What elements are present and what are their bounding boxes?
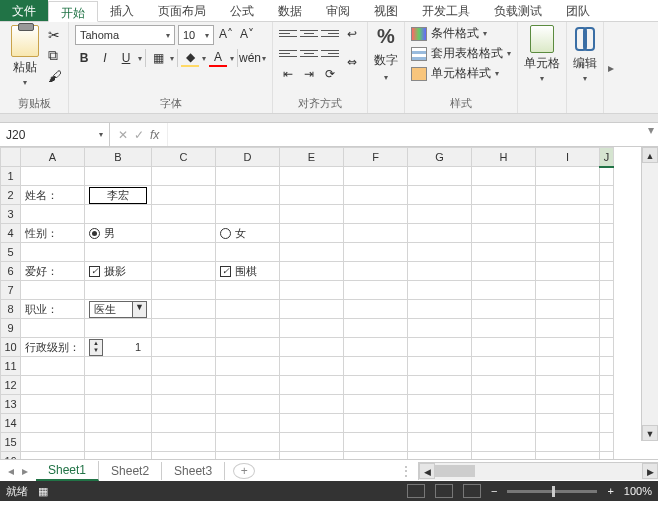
- col-header-e[interactable]: E: [280, 148, 344, 167]
- formula-input[interactable]: [168, 123, 644, 146]
- row-header[interactable]: 7: [1, 281, 21, 300]
- decrease-font-icon[interactable]: A˅: [238, 25, 256, 43]
- col-header-h[interactable]: H: [472, 148, 536, 167]
- col-header-a[interactable]: A: [21, 148, 85, 167]
- chevron-down-icon[interactable]: ▾: [170, 54, 174, 63]
- font-color-button[interactable]: A: [209, 49, 227, 67]
- add-sheet-button[interactable]: +: [233, 463, 255, 479]
- fill-color-button[interactable]: ◆: [181, 49, 199, 67]
- align-middle-icon[interactable]: [300, 25, 318, 41]
- sheet-tab-2[interactable]: Sheet2: [99, 462, 162, 480]
- row-header[interactable]: 13: [1, 395, 21, 414]
- macro-record-icon[interactable]: ▦: [38, 485, 48, 498]
- col-header-c[interactable]: C: [152, 148, 216, 167]
- phonetic-button[interactable]: wén: [241, 49, 259, 67]
- font-name-select[interactable]: Tahoma▾: [75, 25, 175, 45]
- zoom-level[interactable]: 100%: [624, 485, 652, 497]
- align-top-icon[interactable]: [279, 25, 297, 41]
- checkbox-go[interactable]: ✓围棋: [220, 264, 275, 279]
- decrease-indent-icon[interactable]: ⇤: [279, 65, 297, 83]
- tab-formulas[interactable]: 公式: [218, 0, 266, 21]
- row-header[interactable]: 4: [1, 224, 21, 243]
- page-layout-view-icon[interactable]: [435, 484, 453, 498]
- align-bottom-icon[interactable]: [321, 25, 339, 41]
- underline-button[interactable]: U: [117, 49, 135, 67]
- edit-button[interactable]: 编辑 ▾: [573, 25, 597, 83]
- job-combobox[interactable]: 医生▼: [89, 301, 147, 318]
- sheet-tab-3[interactable]: Sheet3: [162, 462, 225, 480]
- tab-review[interactable]: 审阅: [314, 0, 362, 21]
- horizontal-scrollbar[interactable]: ◀ ▶: [418, 462, 658, 480]
- row-header[interactable]: 8: [1, 300, 21, 319]
- checkbox-photo[interactable]: ✓摄影: [89, 264, 147, 279]
- vertical-scrollbar[interactable]: ▲ ▼: [641, 147, 658, 441]
- cut-icon[interactable]: ✂: [48, 27, 62, 43]
- percent-icon[interactable]: %: [377, 25, 395, 48]
- name-input[interactable]: 李宏: [89, 187, 147, 204]
- wrap-text-icon[interactable]: ↩: [343, 25, 361, 43]
- radio-female[interactable]: 女: [220, 226, 275, 241]
- row-header[interactable]: 10: [1, 338, 21, 357]
- col-header-i[interactable]: I: [536, 148, 600, 167]
- sheet-tab-1[interactable]: Sheet1: [36, 461, 99, 481]
- rank-spinner[interactable]: ▲▼1: [89, 339, 147, 356]
- scroll-down-icon[interactable]: ▼: [642, 425, 658, 441]
- format-painter-icon[interactable]: 🖌: [48, 68, 62, 84]
- normal-view-icon[interactable]: [407, 484, 425, 498]
- cell-name-label[interactable]: 姓名：: [21, 186, 85, 205]
- scroll-up-icon[interactable]: ▲: [642, 147, 658, 163]
- radio-male[interactable]: 男: [89, 226, 147, 241]
- spin-up-icon[interactable]: ▲: [90, 340, 102, 348]
- table-format-button[interactable]: 套用表格格式▾: [411, 45, 511, 62]
- col-header-d[interactable]: D: [216, 148, 280, 167]
- chevron-down-icon[interactable]: ▾: [138, 54, 142, 63]
- select-all-corner[interactable]: [1, 148, 21, 167]
- tab-file[interactable]: 文件: [0, 0, 48, 21]
- italic-button[interactable]: I: [96, 49, 114, 67]
- cancel-entry-icon[interactable]: ✕: [118, 128, 128, 142]
- scroll-left-icon[interactable]: ◀: [419, 463, 435, 479]
- sheet-nav-next[interactable]: ▸: [22, 464, 28, 478]
- row-header[interactable]: 14: [1, 414, 21, 433]
- paste-button[interactable]: 粘贴 ▾: [6, 25, 44, 87]
- increase-font-icon[interactable]: A˄: [217, 25, 235, 43]
- spin-down-icon[interactable]: ▼: [90, 347, 102, 355]
- font-size-select[interactable]: 10▾: [178, 25, 214, 45]
- tab-page-layout[interactable]: 页面布局: [146, 0, 218, 21]
- row-header[interactable]: 6: [1, 262, 21, 281]
- chevron-down-icon[interactable]: ▾: [202, 54, 206, 63]
- tab-insert[interactable]: 插入: [98, 0, 146, 21]
- zoom-in-button[interactable]: +: [607, 485, 613, 497]
- cell-hobby-label[interactable]: 爱好：: [21, 262, 85, 281]
- chevron-down-icon[interactable]: ▾: [262, 54, 266, 63]
- row-header[interactable]: 15: [1, 433, 21, 452]
- increase-indent-icon[interactable]: ⇥: [300, 65, 318, 83]
- row-header[interactable]: 3: [1, 205, 21, 224]
- col-header-f[interactable]: F: [344, 148, 408, 167]
- insert-function-button[interactable]: fx: [150, 128, 159, 142]
- border-button[interactable]: ▦: [149, 49, 167, 67]
- name-box[interactable]: J20▾: [0, 123, 110, 146]
- tab-developer[interactable]: 开发工具: [410, 0, 482, 21]
- number-format-button[interactable]: 数字: [374, 52, 398, 69]
- align-center-icon[interactable]: [300, 45, 318, 61]
- chevron-down-icon[interactable]: ▾: [384, 73, 388, 82]
- bold-button[interactable]: B: [75, 49, 93, 67]
- row-header[interactable]: 16: [1, 452, 21, 460]
- cell-rank-label[interactable]: 行政级别：: [21, 338, 85, 357]
- sheet-nav-prev[interactable]: ◂: [8, 464, 14, 478]
- conditional-format-button[interactable]: 条件格式▾: [411, 25, 511, 42]
- tab-team[interactable]: 团队: [554, 0, 602, 21]
- row-header[interactable]: 5: [1, 243, 21, 262]
- zoom-out-button[interactable]: −: [491, 485, 497, 497]
- row-header[interactable]: 11: [1, 357, 21, 376]
- col-header-b[interactable]: B: [85, 148, 152, 167]
- tab-view[interactable]: 视图: [362, 0, 410, 21]
- row-header[interactable]: 12: [1, 376, 21, 395]
- align-right-icon[interactable]: [321, 45, 339, 61]
- tab-loadtest[interactable]: 负载测试: [482, 0, 554, 21]
- page-break-view-icon[interactable]: [463, 484, 481, 498]
- row-header[interactable]: 1: [1, 167, 21, 186]
- confirm-entry-icon[interactable]: ✓: [134, 128, 144, 142]
- orientation-icon[interactable]: ⟳: [321, 65, 339, 83]
